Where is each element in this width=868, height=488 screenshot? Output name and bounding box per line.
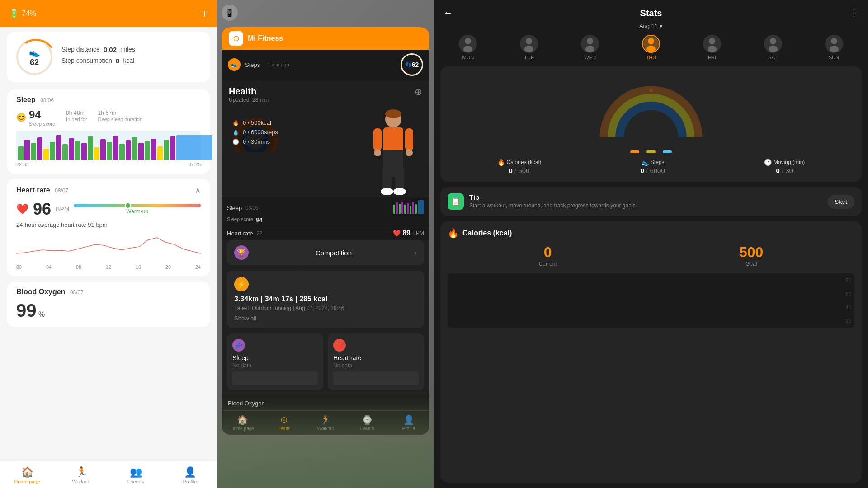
footprint-icon: 👣 bbox=[405, 61, 412, 68]
ring-row-3: 🕐 0 / 30mins bbox=[232, 138, 278, 145]
sleep-card-sub: No data bbox=[232, 362, 318, 369]
sleep-score-row: 😊 94 Sleep score bbox=[16, 108, 55, 127]
day-avatar-sat bbox=[764, 35, 782, 53]
sleep-score: 94 bbox=[29, 108, 41, 121]
tip-start-button[interactable]: Start bbox=[828, 195, 854, 209]
cal-legend-dot bbox=[630, 150, 639, 153]
step-circle: 👟 62 bbox=[16, 39, 52, 75]
bo-title-wrap: Blood Oxygen 08/07 bbox=[16, 288, 84, 296]
competition-row[interactable]: 🏆 Competition › bbox=[227, 240, 424, 265]
activity-icon: ⚡ bbox=[234, 277, 249, 291]
competition-arrow: › bbox=[414, 248, 417, 258]
bo-header: Blood Oxygen 08/07 bbox=[16, 288, 201, 296]
steps-label-text: Steps bbox=[651, 159, 665, 165]
sleep-times: 22:33 07:25 bbox=[16, 162, 201, 167]
stat-cal-label: 🔥 Calories (kcal) bbox=[497, 159, 542, 166]
steps-current: 0 bbox=[641, 167, 644, 174]
cal-label-text: Calories (kcal) bbox=[507, 159, 542, 165]
nav-home[interactable]: 🏠 Home page bbox=[0, 465, 54, 486]
cal-chart-grid: 80 60 40 20 bbox=[846, 273, 851, 328]
stats-gauge-card: 🔥 Calories (kcal) 0 / 500 👟 Steps 0 / 60 bbox=[440, 66, 862, 182]
day-label-thu: THU bbox=[646, 55, 656, 60]
health-add-button[interactable]: ⊕ bbox=[415, 86, 422, 97]
day-wed[interactable]: WED bbox=[561, 35, 620, 60]
day-label-sun: SUN bbox=[829, 55, 839, 60]
step-icon: 👟 bbox=[29, 47, 40, 58]
svg-rect-18 bbox=[399, 204, 401, 214]
gauge-legend bbox=[448, 150, 854, 153]
day-mon[interactable]: MON bbox=[439, 35, 498, 60]
svg-rect-13 bbox=[405, 128, 413, 151]
home-icon: 🏠 bbox=[21, 466, 33, 478]
nav-friends[interactable]: 👥 Friends bbox=[108, 465, 163, 486]
day-thu[interactable]: THU bbox=[622, 35, 681, 60]
svg-rect-21 bbox=[407, 203, 409, 214]
mf-title: Mi Fitness bbox=[248, 34, 283, 42]
sleep-bar-16 bbox=[119, 144, 125, 160]
nav-workout[interactable]: 🏃 Workout bbox=[54, 465, 108, 486]
sleep-score-label: Sleep score bbox=[29, 121, 55, 127]
hr-chart-svg bbox=[16, 231, 201, 263]
svg-point-42 bbox=[770, 38, 776, 44]
sleep-title: Sleep bbox=[16, 96, 36, 103]
step-distance-unit: miles bbox=[120, 46, 135, 53]
day-sat[interactable]: SAT bbox=[743, 35, 802, 60]
svg-rect-19 bbox=[401, 202, 403, 214]
tip-content: Tip Start a workout, move around, and tr… bbox=[469, 193, 822, 210]
day-tue[interactable]: TUE bbox=[500, 35, 559, 60]
ring-row-2: 💧 0 / 6000steps bbox=[232, 129, 278, 136]
sleep-mini-row: Sleep 08/06 bbox=[222, 197, 429, 216]
right-panel: ← Stats ⋮ Aug 11 ▾ MON TUE WED bbox=[434, 0, 868, 488]
hr-mini-val-wrap: ❤️ 89 BPM bbox=[393, 229, 424, 237]
svg-point-39 bbox=[709, 38, 715, 44]
sleep-bar-8 bbox=[69, 138, 74, 160]
sleep-bar-14 bbox=[107, 142, 112, 160]
add-button[interactable]: + bbox=[201, 7, 208, 21]
sleep-bar-24 bbox=[170, 136, 175, 160]
sleep-time-end: 07:25 bbox=[188, 162, 201, 167]
more-button[interactable]: ⋮ bbox=[849, 7, 859, 19]
heart-rate-card: Heart rate 08/07 ∧ ❤️ 96 BPM Warm-up 24-… bbox=[7, 179, 210, 276]
show-all-button[interactable]: Show all bbox=[234, 315, 417, 322]
back-button[interactable]: ← bbox=[443, 7, 453, 19]
sleep-bar-10 bbox=[81, 143, 87, 160]
avatar-area: 🔥 0 / 500kcal 💧 0 / 6000steps 🕐 0 / 30mi… bbox=[222, 107, 429, 197]
battery-percent: 74% bbox=[22, 9, 36, 18]
hr-gradient-bar bbox=[74, 204, 201, 207]
day-fri[interactable]: FRI bbox=[682, 35, 741, 60]
svg-rect-6 bbox=[383, 127, 403, 152]
hr-main: ❤️ 96 BPM Warm-up bbox=[16, 200, 201, 219]
sleep-bar-19 bbox=[138, 143, 144, 160]
sleep-bar-7 bbox=[62, 144, 68, 160]
day-avatar-thu bbox=[642, 35, 660, 53]
health-card: Health Updated: 28 min ⊕ 🔥 bbox=[222, 80, 429, 240]
day-sun[interactable]: SUN bbox=[804, 35, 863, 60]
sleep-bar-15 bbox=[113, 136, 118, 160]
cal-stats: 0 Current 500 Goal bbox=[448, 244, 854, 267]
sleep-card: Sleep 08/06 😊 94 Sleep score 8h 48m In b… bbox=[7, 89, 210, 174]
fire-stat-icon: 🔥 bbox=[497, 159, 505, 166]
middle-top-icons: 📱 bbox=[222, 5, 238, 21]
nav-profile-label: Profile bbox=[183, 479, 197, 484]
svg-point-14 bbox=[374, 149, 381, 156]
activity-stats: 3.34km | 34m 17s | 285 kcal bbox=[234, 295, 417, 303]
calories-card: 🔥 Calories (kcal) 0 Current 500 Goal 80 … bbox=[440, 221, 862, 483]
date-value: Aug 11 bbox=[639, 23, 658, 29]
nav-workout-label: Workout bbox=[72, 479, 91, 484]
sleep-deep-val: 1h 57m bbox=[98, 109, 117, 116]
step-count: 62 bbox=[30, 58, 39, 67]
svg-rect-9 bbox=[395, 168, 404, 191]
day-avatar-mon bbox=[459, 35, 477, 53]
hr-toggle[interactable]: ∧ bbox=[195, 185, 201, 195]
activity-detail: Latest: Outdoor running | Aug 07, 2022, … bbox=[234, 305, 417, 311]
sleep-mini-card[interactable]: 💤 Sleep No data bbox=[227, 333, 323, 390]
activity-row: ⚡ 3.34km | 34m 17s | 285 kcal Latest: Ou… bbox=[227, 271, 424, 328]
svg-point-11 bbox=[393, 188, 406, 195]
sleep-deep-label: Deep sleep duration bbox=[98, 117, 142, 122]
bo-value-wrap: 99 % bbox=[16, 300, 201, 321]
hr-mini-card[interactable]: ❤️ Heart rate No data bbox=[328, 333, 424, 390]
hr-mini-val: 89 bbox=[402, 229, 410, 237]
sleep-header: Sleep 08/06 bbox=[16, 96, 201, 104]
competition-icon: 🏆 bbox=[234, 245, 249, 260]
nav-profile[interactable]: 👤 Profile bbox=[163, 465, 217, 486]
